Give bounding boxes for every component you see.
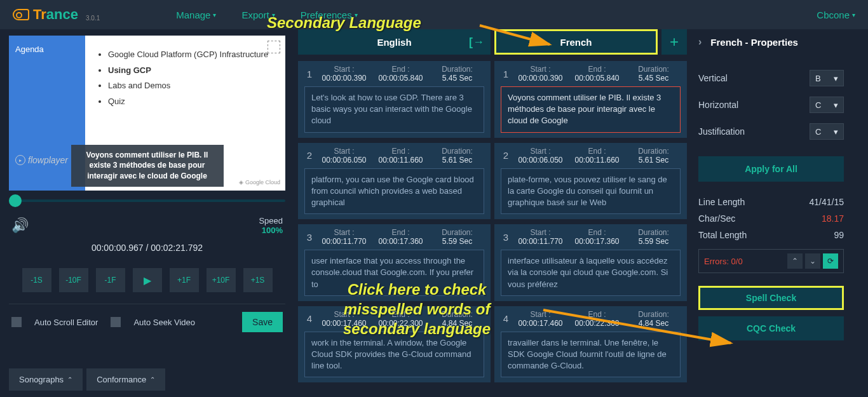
main-menu: Manage▾ Export▾ Preferences▾ <box>176 10 357 20</box>
cue-block: 1 Start :00:00:00.390 End :00:00:05.840 … <box>298 61 491 138</box>
video-player[interactable]: Agenda Google Cloud Platform (GCP) Infra… <box>9 36 285 191</box>
justification-label: Justification <box>698 126 745 137</box>
horizontal-label: Horizontal <box>698 100 738 110</box>
error-next-button[interactable]: ⌄ <box>805 253 820 269</box>
line-length-value: 41/41/15 <box>810 197 844 207</box>
back-1f-button[interactable]: -1F <box>96 268 125 292</box>
fwd-10f-button[interactable]: +10F <box>207 268 236 292</box>
video-panel: Agenda Google Cloud Platform (GCP) Infra… <box>0 29 294 397</box>
french-column: French + 1 Start :00:00:00.390 End :00:0… <box>494 29 687 397</box>
speed-display: Speed 100% <box>259 216 283 235</box>
volume-icon[interactable]: 🔊 <box>11 217 29 234</box>
english-header: English [→ <box>298 29 491 55</box>
cue-text-fr[interactable]: interface utilisateur à laquelle vous ac… <box>501 250 681 296</box>
english-column: English [→ 1 Start :00:00:00.390 End :00… <box>298 29 491 397</box>
cqc-check-button[interactable]: CQC Check <box>698 316 844 340</box>
topbar: Trance 3.0.1 Manage▾ Export▾ Preferences… <box>0 0 868 29</box>
cue-text-fr[interactable]: Voyons comment utiliser le PIB. Il exist… <box>501 86 681 133</box>
total-length-label: Total Length <box>698 230 747 240</box>
scrubber-thumb[interactable] <box>9 194 22 207</box>
logo-icon <box>13 9 29 20</box>
cue-block: 1 Start :00:00:00.390 End :00:00:05.840 … <box>494 61 687 138</box>
justification-select[interactable]: C▾ <box>810 123 844 140</box>
line-length-label: Line Length <box>698 197 745 207</box>
cue-number: 1 <box>499 69 512 79</box>
cue-text-en[interactable]: platform, you can use the Google card bl… <box>304 168 484 215</box>
logo-text: Trance <box>33 6 78 23</box>
properties-header: › French - Properties <box>698 29 844 55</box>
apply-all-button[interactable]: Apply for All <box>698 156 844 182</box>
cue-number: 2 <box>499 150 512 161</box>
logo: Trance 3.0.1 <box>13 6 100 23</box>
chevron-down-icon: ▾ <box>852 11 855 18</box>
tab-sonographs[interactable]: Sonographs⌃ <box>9 368 83 391</box>
errors-label: Errors: 0/0 <box>704 257 785 266</box>
horizontal-select[interactable]: C▾ <box>810 97 844 113</box>
cue-block: 2 Start :00:00:06.050 End :00:00:11.660 … <box>494 143 687 220</box>
chevron-down-icon: ▾ <box>272 11 275 18</box>
errors-row: Errors: 0/0 ⌃ ⌄ ⟳ <box>698 249 844 273</box>
cue-block: 4 Start :00:00:17.460 End :00:00:22.300 … <box>494 306 687 383</box>
cue-text-en[interactable]: user interface that you access through t… <box>304 250 484 296</box>
cue-block: 3 Start :00:00:11.770 End :00:00:17.360 … <box>494 224 687 301</box>
exit-icon[interactable]: [→ <box>469 36 484 49</box>
auto-scroll-label: Auto Scroll Editor <box>34 318 98 327</box>
vertical-select[interactable]: B▾ <box>810 70 844 86</box>
save-button[interactable]: Save <box>242 312 283 332</box>
user-menu[interactable]: Cbcone▾ <box>817 10 855 20</box>
version: 3.0.1 <box>86 15 100 22</box>
cue-text-en[interactable]: Let's look at how to use GDP. There are … <box>304 86 484 133</box>
playback-controls: -1S -10F -1F ▶ +1F +10F +1S <box>9 264 285 304</box>
back-1s-button[interactable]: -1S <box>22 268 51 292</box>
char-sec-value: 18.17 <box>822 213 844 224</box>
menu-export[interactable]: Export▾ <box>241 10 275 20</box>
fwd-1f-button[interactable]: +1F <box>170 268 199 292</box>
french-header: French <box>494 29 658 55</box>
cue-number: 2 <box>303 150 316 161</box>
refresh-icon[interactable]: ⟳ <box>823 253 838 269</box>
chevron-up-icon: ⌃ <box>67 376 72 383</box>
cue-text-en[interactable]: work in the terminal. A window, the Goog… <box>304 332 484 378</box>
menu-manage[interactable]: Manage▾ <box>176 10 216 20</box>
cue-number: 1 <box>303 69 316 79</box>
auto-seek-label: Auto Seek Video <box>133 318 195 327</box>
properties-panel: › French - Properties VerticalB▾ Horizon… <box>691 29 851 397</box>
char-sec-label: Char/Sec <box>698 213 735 224</box>
cue-number: 4 <box>499 313 512 324</box>
chevron-right-icon[interactable]: › <box>698 36 702 48</box>
play-button[interactable]: ▶ <box>133 268 162 292</box>
cue-block: 4 Start :00:00:17.460 End :00:00:22.300 … <box>298 306 491 383</box>
cue-number: 3 <box>499 232 512 243</box>
cue-text-fr[interactable]: travailler dans le terminal. Une fenêtre… <box>501 332 681 378</box>
fwd-1s-button[interactable]: +1S <box>243 268 273 292</box>
error-prev-button[interactable]: ⌃ <box>787 253 803 269</box>
cue-number: 3 <box>303 232 316 243</box>
video-scrubber[interactable] <box>9 199 285 202</box>
add-column-button[interactable]: + <box>661 29 687 55</box>
tab-conformance[interactable]: Conformance⌃ <box>86 368 165 391</box>
spell-check-button[interactable]: Spell Check <box>698 286 844 310</box>
vertical-label: Vertical <box>698 73 728 83</box>
chevron-up-icon: ⌃ <box>150 376 155 383</box>
back-10f-button[interactable]: -10F <box>59 268 88 292</box>
cue-block: 3 Start :00:00:11.770 End :00:00:17.360 … <box>298 224 491 301</box>
chevron-down-icon: ▾ <box>355 11 358 18</box>
caption-overlay: Voyons comment utiliser le PIB. Il exist… <box>71 145 224 187</box>
flowplayer-watermark: ▸flowplayer <box>15 155 68 165</box>
total-length-value: 99 <box>834 230 844 240</box>
google-cloud-badge: ◈ Google Cloud <box>239 179 280 185</box>
cue-text-fr[interactable]: plate-forme, vous pouvez utiliser le san… <box>501 168 681 215</box>
fullscreen-icon[interactable] <box>268 41 280 53</box>
cue-block: 2 Start :00:00:06.050 End :00:00:11.660 … <box>298 143 491 220</box>
chevron-down-icon: ▾ <box>213 11 216 18</box>
cue-number: 4 <box>303 313 316 324</box>
menu-preferences[interactable]: Preferences▾ <box>301 10 358 20</box>
auto-seek-checkbox[interactable] <box>111 317 121 327</box>
timecode: 00:00:00.967 / 00:02:21.792 <box>9 243 285 253</box>
auto-scroll-checkbox[interactable] <box>11 317 22 327</box>
